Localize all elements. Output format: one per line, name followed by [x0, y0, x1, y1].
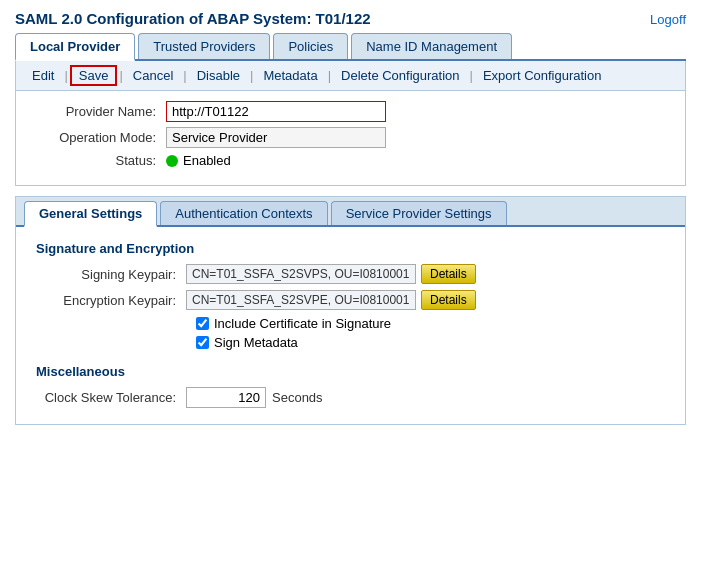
seconds-label: Seconds [272, 390, 323, 405]
encryption-keypair-input[interactable] [186, 290, 416, 310]
status-icon [166, 155, 178, 167]
operation-mode-input[interactable] [166, 127, 386, 148]
tab-service-provider-settings[interactable]: Service Provider Settings [331, 201, 507, 225]
metadata-button[interactable]: Metadata [255, 66, 325, 85]
clock-skew-label: Clock Skew Tolerance: [36, 390, 186, 405]
save-button[interactable]: Save [70, 65, 118, 86]
provider-name-input[interactable] [166, 101, 386, 122]
operation-mode-row: Operation Mode: [36, 127, 665, 148]
signing-details-button[interactable]: Details [421, 264, 476, 284]
main-tabs: Local Provider Trusted Providers Policie… [15, 33, 686, 61]
inner-tabs: General Settings Authentication Contexts… [16, 197, 685, 227]
include-cert-label: Include Certificate in Signature [214, 316, 391, 331]
encryption-keypair-label: Encryption Keypair: [36, 293, 186, 308]
misc-section-title: Miscellaneous [36, 364, 665, 379]
inner-content: Signature and Encryption Signing Keypair… [16, 227, 685, 424]
sign-metadata-row: Sign Metadata [196, 335, 665, 350]
clock-skew-input[interactable] [186, 387, 266, 408]
provider-name-row: Provider Name: [36, 101, 665, 122]
tab-local-provider[interactable]: Local Provider [15, 33, 135, 61]
operation-mode-label: Operation Mode: [36, 130, 166, 145]
signature-section-title: Signature and Encryption [36, 241, 665, 256]
status-value: Enabled [183, 153, 231, 168]
tab-general-settings[interactable]: General Settings [24, 201, 157, 227]
signing-keypair-row: Signing Keypair: Details [36, 264, 665, 284]
delete-config-button[interactable]: Delete Configuration [333, 66, 468, 85]
tab-trusted-providers[interactable]: Trusted Providers [138, 33, 270, 59]
sign-metadata-label: Sign Metadata [214, 335, 298, 350]
inner-tabs-wrapper: General Settings Authentication Contexts… [15, 196, 686, 425]
encryption-details-button[interactable]: Details [421, 290, 476, 310]
cancel-button[interactable]: Cancel [125, 66, 181, 85]
signing-keypair-input[interactable] [186, 264, 416, 284]
misc-section: Miscellaneous Clock Skew Tolerance: Seco… [36, 364, 665, 408]
sign-metadata-checkbox[interactable] [196, 336, 209, 349]
form-area: Provider Name: Operation Mode: Status: E… [15, 91, 686, 186]
provider-name-label: Provider Name: [36, 104, 166, 119]
toolbar: Edit | Save | Cancel | Disable | Metadat… [15, 61, 686, 91]
tab-authentication-contexts[interactable]: Authentication Contexts [160, 201, 327, 225]
tab-policies[interactable]: Policies [273, 33, 348, 59]
disable-button[interactable]: Disable [189, 66, 248, 85]
include-cert-row: Include Certificate in Signature [196, 316, 665, 331]
status-area: Enabled [166, 153, 231, 168]
clock-skew-row: Clock Skew Tolerance: Seconds [36, 387, 665, 408]
status-label: Status: [36, 153, 166, 168]
encryption-keypair-row: Encryption Keypair: Details [36, 290, 665, 310]
logoff-link[interactable]: Logoff [650, 12, 686, 27]
edit-button[interactable]: Edit [24, 66, 62, 85]
tab-name-id-management[interactable]: Name ID Management [351, 33, 512, 59]
page-title: SAML 2.0 Configuration of ABAP System: T… [15, 10, 686, 27]
include-cert-checkbox[interactable] [196, 317, 209, 330]
signing-keypair-label: Signing Keypair: [36, 267, 186, 282]
export-config-button[interactable]: Export Configuration [475, 66, 610, 85]
status-row: Status: Enabled [36, 153, 665, 168]
